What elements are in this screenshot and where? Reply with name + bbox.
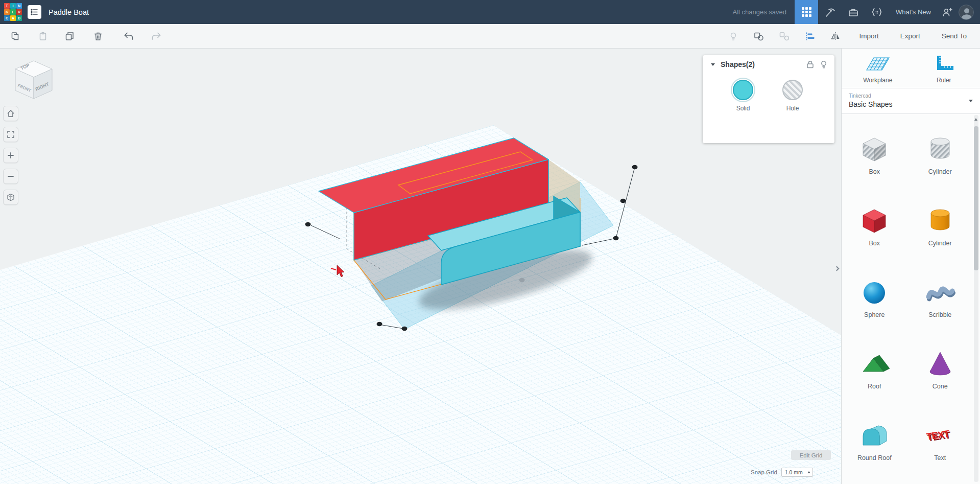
rotation-handle[interactable] [305, 222, 311, 226]
edit-grid-button[interactable]: Edit Grid [791, 450, 831, 460]
solid-swatch [733, 80, 753, 100]
text-3d-icon: TEXT TEXT [924, 418, 957, 450]
shape-cylinder-hole[interactable]: Cylinder [907, 121, 973, 193]
save-status: All changes saved [733, 8, 787, 16]
shape-cylinder[interactable]: Cylinder [907, 193, 973, 264]
rotation-handle[interactable] [613, 236, 619, 240]
dashboard-grid-button[interactable] [795, 0, 818, 24]
tinker-tools-button[interactable] [818, 0, 842, 24]
show-all-button[interactable] [725, 28, 742, 44]
height-handle[interactable] [620, 199, 626, 203]
roof-icon [858, 346, 891, 379]
tinkercad-logo[interactable]: T I N K E R C A D [4, 3, 22, 21]
ungroup-button[interactable] [776, 28, 793, 44]
rotation-handle[interactable] [377, 322, 383, 326]
midpoint-handle[interactable] [519, 278, 525, 282]
panel-collapse-handle[interactable] [833, 262, 840, 274]
briefcase-icon [848, 7, 859, 18]
sidebar-scrollbar[interactable] [974, 115, 978, 482]
copy-icon [10, 31, 20, 41]
view-cube[interactable]: TOP FRONT RIGHT [4, 54, 61, 105]
scribble-icon [924, 274, 957, 307]
mirror-button[interactable] [827, 28, 844, 44]
lock-icon[interactable] [806, 60, 814, 68]
perspective-toggle-button[interactable] [3, 190, 18, 205]
snap-grid-select[interactable]: 1.0 mm [781, 468, 813, 477]
zoom-out-button[interactable] [3, 169, 18, 184]
shape-label: Roof [842, 383, 907, 390]
paste-button[interactable] [35, 28, 51, 44]
delete-button[interactable] [90, 28, 106, 44]
shape-cone[interactable]: Cone [907, 336, 973, 407]
shape-box[interactable]: Box [842, 193, 907, 264]
bulb-icon [728, 31, 738, 41]
perspective-cube-icon [7, 193, 15, 201]
shape-label: Round Roof [842, 454, 907, 462]
my-designs-button[interactable] [28, 5, 41, 19]
whats-new-link[interactable]: What's New [896, 8, 931, 16]
home-view-button[interactable] [3, 106, 18, 121]
scrollbar-thumb[interactable] [974, 126, 978, 270]
mirror-icon [830, 31, 841, 41]
workplane-tool[interactable]: Workplane [845, 54, 911, 84]
snap-grid-value: 1.0 mm [785, 469, 807, 475]
height-handle[interactable] [632, 165, 638, 169]
user-avatar[interactable] [959, 5, 974, 20]
person-add-icon [942, 7, 953, 18]
rotation-handle[interactable] [402, 327, 408, 331]
ruler-icon [932, 54, 955, 74]
shape-box-hole[interactable]: Box [842, 121, 907, 193]
shape-label: Box [842, 168, 907, 175]
export-button[interactable]: Export [894, 28, 926, 44]
align-button[interactable] [802, 28, 818, 44]
trash-icon [93, 31, 103, 41]
shape-label: Box [842, 240, 907, 247]
person-icon [959, 5, 974, 20]
bulb-icon[interactable] [820, 60, 827, 69]
shapes-sidebar: Workplane Ruler Tinkercad Basic Shapes [841, 49, 980, 484]
shape-sphere[interactable]: Sphere [842, 264, 907, 336]
orange-cylinder-icon [924, 203, 957, 236]
solid-label: Solid [729, 105, 757, 112]
ruler-tool[interactable]: Ruler [911, 54, 977, 84]
cone-icon [924, 346, 957, 379]
codeblocks-button[interactable] [865, 0, 889, 24]
grid-icon [802, 7, 811, 17]
copy-button[interactable] [7, 28, 23, 44]
import-button[interactable]: Import [853, 28, 885, 44]
classes-button[interactable] [842, 0, 865, 24]
group-button[interactable] [751, 28, 767, 44]
fit-view-button[interactable] [3, 127, 18, 142]
shape-roof[interactable]: Roof [842, 336, 907, 407]
logo-letter: N [16, 3, 22, 9]
shape-text[interactable]: TEXT TEXT Text [907, 407, 973, 479]
shape-label: Cylinder [907, 168, 973, 175]
workplane-label: Workplane [845, 77, 911, 84]
category-name: Basic Shapes [849, 100, 973, 108]
hole-option[interactable]: Hole [778, 80, 807, 112]
hole-label: Hole [778, 105, 807, 112]
sphere-icon [858, 274, 891, 307]
chevron-down-icon [711, 63, 715, 66]
send-to-button[interactable]: Send To [936, 28, 973, 44]
shape-scribble[interactable]: Scribble [907, 264, 973, 336]
logo-letter: R [16, 9, 22, 15]
logo-letter: T [4, 3, 10, 9]
design-title[interactable]: Paddle Boat [49, 8, 89, 16]
solid-option[interactable]: Solid [729, 80, 757, 112]
inspector-title: Shapes(2) [721, 60, 755, 68]
shape-round-roof[interactable]: Round Roof [842, 407, 907, 479]
inspector-collapse-button[interactable] [708, 59, 718, 70]
3d-viewport[interactable]: TOP FRONT RIGHT [0, 49, 841, 484]
invite-button[interactable] [938, 0, 957, 24]
hole-swatch [782, 80, 803, 100]
shape-label: Sphere [842, 311, 907, 318]
undo-button[interactable] [121, 28, 137, 44]
striped-cylinder-icon [924, 131, 957, 164]
scroll-up-arrow-icon[interactable] [974, 118, 977, 121]
zoom-in-button[interactable] [3, 148, 18, 163]
shape-category-select[interactable]: Tinkercad Basic Shapes [842, 88, 980, 114]
fit-view-icon [7, 130, 15, 139]
duplicate-button[interactable] [62, 28, 79, 44]
redo-button[interactable] [148, 28, 164, 44]
